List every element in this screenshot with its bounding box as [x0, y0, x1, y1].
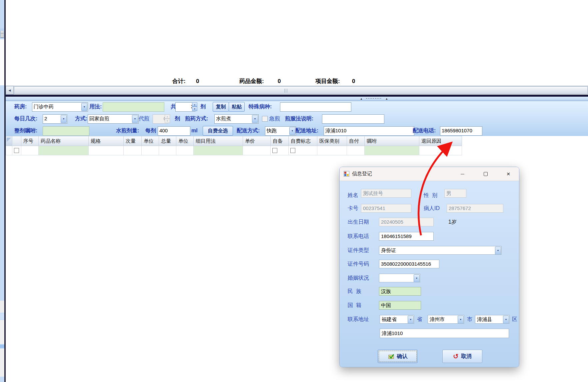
chevron-down-icon[interactable]: ▼ [132, 115, 138, 123]
county-value: 漳浦县 [477, 316, 492, 322]
maximize-button[interactable] [479, 169, 492, 179]
item-amount-value: 0 [352, 77, 355, 85]
dialog-title: 信息登记 [352, 171, 372, 177]
grid-cell-detail-usage[interactable] [194, 146, 243, 155]
grid-cell [6, 146, 12, 155]
row-checkbox[interactable] [14, 148, 19, 153]
spinner-down-icon[interactable]: ▼ [192, 107, 197, 111]
chevron-down-icon[interactable]: ▼ [289, 127, 295, 135]
cert-type-combo[interactable]: 身份证 ▼ [379, 246, 502, 255]
times-per-day-combo[interactable]: 2 ▼ [43, 114, 67, 124]
close-button[interactable]: ✕ [502, 169, 515, 179]
card-field: 00237541 [361, 204, 411, 213]
grid-cell-drug-name[interactable] [39, 146, 89, 155]
sum-total-label: 合计: [172, 77, 186, 85]
paste-button[interactable]: 粘贴 [229, 102, 245, 112]
pharmacy-combo-value: 门诊中药 [34, 104, 54, 109]
left-panel-edge [0, 0, 4, 382]
grid-header: 细目用法 [194, 136, 243, 146]
marital-status-combo[interactable]: ▼ [379, 274, 420, 282]
instruction-label: 煎服法说明: [285, 114, 313, 123]
chevron-down-icon[interactable]: ▼ [503, 316, 509, 324]
collapse-triangle-icon: ▲ [360, 97, 363, 100]
grid-header: 总量 [159, 136, 176, 146]
copy-button[interactable]: 复制 [213, 102, 229, 112]
delivery-method-combo[interactable]: 快跑 ▼ [265, 126, 296, 136]
medication-grid: 序号 药品名称 规格 次量 单位 总量 单位 细目用法 单价 自备 自费标志 医… [6, 136, 462, 155]
dose-count-stepper[interactable]: ▲ ▼ [192, 102, 197, 111]
special-disease-input[interactable] [280, 102, 351, 112]
grid-header: 次量 [124, 136, 142, 146]
grid-header: 药品名称 [39, 136, 89, 146]
address-detail-input[interactable]: 漳浦1010 [380, 329, 509, 338]
collapse-triangle-icon: ▲ [385, 97, 388, 100]
cancel-button[interactable]: ↺ 取消 [442, 350, 482, 363]
chevron-down-icon[interactable]: ▼ [408, 316, 414, 324]
scroll-left-arrow-icon[interactable]: ◀ [6, 86, 14, 95]
splitter-collapse-handle[interactable]: ▲ ········· ▲ [352, 97, 396, 101]
decoct-method-value: 水煎煮 [216, 116, 231, 121]
grid-header: 退回原因 [419, 136, 462, 146]
left-edge-segment [0, 320, 4, 344]
confirm-button[interactable]: 确认 [378, 350, 418, 363]
patient-id-field: 28757672 [447, 204, 503, 213]
times-per-day-label: 每日几次: [14, 114, 37, 123]
chevron-down-icon[interactable]: ▼ [252, 115, 258, 123]
corner-triangle-icon [7, 138, 11, 142]
spinner-down-icon: ▼ [165, 119, 170, 123]
nationality-field[interactable]: 中国 [379, 301, 421, 310]
urgent-decoct-label: 急煎 [269, 114, 280, 123]
grid-cell [243, 146, 271, 155]
instruction-input[interactable] [322, 114, 384, 124]
urgent-decoct-checkbox[interactable] [262, 116, 268, 122]
chevron-down-icon[interactable]: ▼ [458, 316, 464, 324]
city-combo[interactable]: 漳州市 ▼ [428, 315, 464, 324]
special-disease-label: 特殊病种: [249, 102, 272, 111]
splitter-grip-icon[interactable] [0, 31, 4, 38]
grid-cell [317, 146, 347, 155]
maximize-icon [484, 172, 488, 176]
contact-phone-input[interactable]: 18046151589 [379, 232, 434, 241]
grid-cell [176, 146, 194, 155]
age-text: 1岁 [448, 218, 457, 226]
gender-label: 性 别 [424, 191, 437, 200]
city-suffix-label: 市 [467, 315, 472, 324]
method-label: 方式: [75, 114, 87, 123]
delivery-address-input[interactable]: 漳浦1010 [324, 126, 414, 136]
grid-cell-note[interactable] [365, 146, 419, 155]
selfpay-checkbox[interactable] [290, 148, 295, 153]
horizontal-scrollbar[interactable]: ◀ [6, 86, 588, 94]
minimize-icon [461, 174, 464, 174]
grid-header: 嘱咐 [365, 136, 419, 146]
chevron-down-icon[interactable]: ▼ [495, 247, 501, 255]
left-edge-segment [0, 345, 4, 348]
county-combo[interactable]: 漳浦县 ▼ [475, 315, 510, 324]
selfprep-checkbox[interactable] [272, 148, 277, 153]
spinner-up-icon[interactable]: ▲ [192, 102, 197, 107]
grid-header: 医保类别 [317, 136, 347, 146]
province-combo[interactable]: 福建省 ▼ [380, 315, 414, 324]
drug-amount-value: 0 [278, 77, 281, 85]
decoct-method-combo[interactable]: 水煎煮 ▼ [214, 114, 259, 124]
usage-input[interactable] [103, 102, 164, 112]
cert-type-label: 证件类型 [348, 246, 369, 255]
birthdate-field: 20240505 [379, 218, 434, 226]
grid-cell [271, 146, 289, 155]
selfpay-all-button[interactable]: 自费全选 [203, 126, 233, 136]
ethnicity-field[interactable]: 汉族 [379, 287, 421, 296]
cert-no-input[interactable]: 350802200003145516 [379, 260, 439, 268]
water-amount-input[interactable]: 400 [158, 126, 190, 136]
chevron-down-icon[interactable]: ▼ [414, 274, 420, 282]
scrollbar-thumb[interactable] [14, 86, 588, 94]
minimize-button[interactable] [456, 169, 469, 179]
grid-header: 序号 [21, 136, 39, 146]
name-field: 测试挂号 [361, 189, 411, 198]
delivery-phone-input[interactable]: 18659801070 [440, 126, 482, 136]
chevron-down-icon[interactable]: ▼ [61, 115, 67, 123]
confirm-button-label: 确认 [397, 353, 408, 360]
chevron-down-icon[interactable]: ▼ [81, 103, 87, 111]
method-combo[interactable]: 回家自煎 ▼ [88, 114, 139, 124]
whole-dose-note-input[interactable] [43, 126, 89, 136]
pharmacy-combo[interactable]: 门诊中药 ▼ [32, 102, 88, 112]
decoct-method-label: 煎药方式: [185, 114, 208, 123]
